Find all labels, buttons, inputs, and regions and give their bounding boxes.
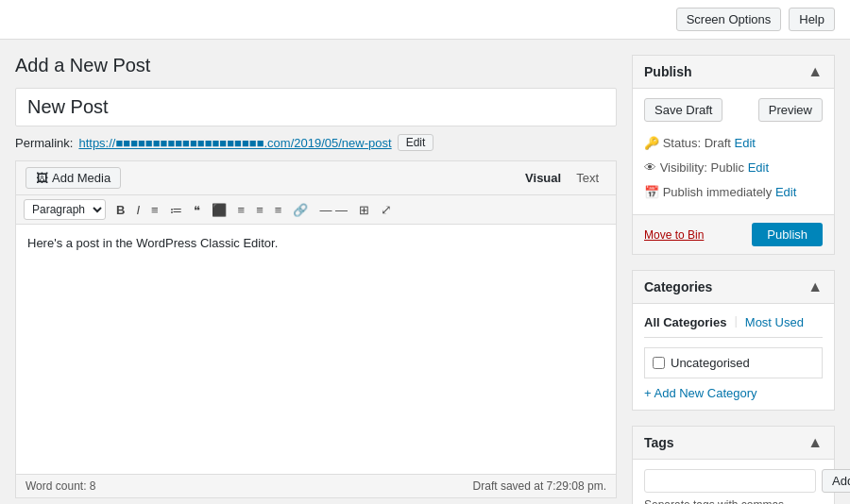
italic-button[interactable]: I — [131, 200, 144, 220]
publish-actions: Save Draft Preview — [644, 98, 823, 122]
tab-text[interactable]: Text — [569, 168, 606, 188]
visibility-label: Visibility: — [660, 160, 707, 175]
publish-button[interactable]: Publish — [752, 223, 823, 246]
permalink-link[interactable]: https://■■■■■■■■■■■■■■■■■■■■.com/2019/05… — [78, 136, 391, 150]
editor-content[interactable]: Here's a post in the WordPress Classic E… — [27, 236, 604, 462]
publish-time-edit-link[interactable]: Edit — [775, 185, 796, 199]
tags-input-row: Add — [644, 469, 823, 493]
main-content: Add a New Post Permalink: https://■■■■■■… — [0, 40, 850, 504]
tags-input[interactable] — [644, 469, 816, 493]
categories-panel-toggle[interactable]: ▲ — [808, 278, 823, 295]
editor-tabs: Visual Text — [121, 168, 606, 188]
categories-panel-header: Categories ▲ — [633, 271, 834, 304]
permalink-row: Permalink: https://■■■■■■■■■■■■■■■■■■■■.… — [15, 134, 617, 151]
bold-button[interactable]: B — [111, 200, 129, 220]
editor-area: Add a New Post Permalink: https://■■■■■■… — [15, 55, 617, 504]
add-tag-button[interactable]: Add — [822, 469, 850, 493]
categories-list: Uncategorised — [644, 347, 823, 378]
preview-button[interactable]: Preview — [758, 98, 823, 122]
status-row: 🔑 Status: Draft Edit — [644, 131, 823, 156]
publish-meta: 🔑 Status: Draft Edit 👁 Visibility: Publi… — [644, 131, 823, 205]
tags-panel-body: Add Separate tags with commas Choose fro… — [633, 460, 834, 504]
draft-saved: Draft saved at 7:29:08 pm. — [473, 479, 606, 493]
align-center-button[interactable]: ≡ — [233, 200, 250, 220]
categories-panel-title: Categories — [644, 279, 712, 294]
list-item: Uncategorised — [653, 356, 814, 370]
calendar-icon: 📅 — [644, 185, 659, 199]
tags-panel-toggle[interactable]: ▲ — [808, 434, 823, 451]
tab-most-used[interactable]: Most Used — [745, 313, 804, 331]
table-button[interactable]: ⊞ — [354, 200, 374, 220]
align-left-button[interactable]: ⬛ — [207, 200, 231, 220]
category-tabs: All Categories | Most Used — [644, 313, 823, 338]
unordered-list-button[interactable]: ≡ — [146, 200, 163, 220]
status-value: Draft — [705, 136, 731, 150]
screen-options-button[interactable]: Screen Options — [676, 8, 782, 31]
tags-panel-title: Tags — [644, 435, 674, 450]
tags-panel-header: Tags ▲ — [633, 427, 834, 460]
add-media-button[interactable]: 🖼 Add Media — [26, 167, 121, 189]
publish-panel: Publish ▲ Save Draft Preview 🔑 Status: D… — [632, 55, 835, 255]
format-select[interactable]: Paragraph — [24, 199, 106, 220]
publish-panel-header: Publish ▲ — [633, 56, 834, 89]
publish-time-row: 📅 Publish immediately Edit — [644, 180, 823, 205]
visibility-value: Public — [711, 160, 744, 175]
page-title: Add a New Post — [15, 55, 617, 76]
status-edit-link[interactable]: Edit — [735, 136, 756, 150]
tags-hint: Separate tags with commas — [644, 498, 823, 504]
tab-all-categories[interactable]: All Categories — [644, 313, 726, 331]
help-button[interactable]: Help — [789, 8, 835, 31]
link-button[interactable]: 🔗 — [288, 200, 313, 220]
formatting-bar: Paragraph B I ≡ ≔ ❝ ⬛ ≡ ≡ ≡ 🔗 — — ⊞ ⤢ — [15, 194, 617, 224]
fullscreen-button[interactable]: ⤢ — [376, 199, 397, 220]
sidebar: Publish ▲ Save Draft Preview 🔑 Status: D… — [632, 55, 835, 504]
align-right-button[interactable]: ≡ — [251, 200, 268, 220]
add-new-category-link[interactable]: + Add New Category — [644, 386, 757, 400]
publish-time: immediately — [706, 185, 772, 199]
status-label: Status: — [663, 136, 701, 150]
tags-panel: Tags ▲ Add Separate tags with commas Cho… — [632, 426, 835, 504]
visibility-row: 👁 Visibility: Public Edit — [644, 156, 823, 180]
move-to-bin-button[interactable]: Move to Bin — [644, 228, 704, 242]
category-label: Uncategorised — [671, 356, 750, 370]
category-checkbox-uncategorised[interactable] — [653, 357, 665, 369]
tab-visual[interactable]: Visual — [518, 168, 569, 188]
blockquote-button[interactable]: ❝ — [189, 200, 205, 220]
visibility-edit-link[interactable]: Edit — [748, 160, 769, 175]
lock-icon: 🔑 — [644, 136, 659, 150]
publish-panel-body: Save Draft Preview 🔑 Status: Draft Edit … — [633, 89, 834, 214]
media-toolbar: 🖼 Add Media Visual Text — [15, 160, 617, 194]
post-title-input[interactable] — [15, 88, 617, 126]
ordered-list-button[interactable]: ≔ — [165, 200, 187, 220]
word-count: Word count: 8 — [26, 479, 95, 493]
categories-panel-body: All Categories | Most Used Uncategorised… — [633, 304, 834, 410]
publish-panel-toggle[interactable]: ▲ — [808, 63, 823, 80]
media-icon: 🖼 — [36, 171, 48, 185]
eye-icon: 👁 — [644, 160, 656, 175]
publish-panel-title: Publish — [644, 64, 692, 79]
permalink-edit-button[interactable]: Edit — [398, 134, 434, 151]
publish-footer: Move to Bin Publish — [633, 214, 834, 254]
publish-label: Publish — [663, 185, 704, 199]
save-draft-button[interactable]: Save Draft — [644, 98, 722, 122]
categories-panel: Categories ▲ All Categories | Most Used … — [632, 270, 835, 411]
editor-body: Here's a post in the WordPress Classic E… — [15, 224, 617, 475]
editor-footer: Word count: 8 Draft saved at 7:29:08 pm. — [15, 475, 617, 498]
align-justify-button[interactable]: ≡ — [270, 200, 287, 220]
more-button[interactable]: — — — [314, 200, 352, 220]
permalink-label: Permalink: — [15, 136, 73, 150]
top-bar: Screen Options Help — [0, 0, 850, 40]
